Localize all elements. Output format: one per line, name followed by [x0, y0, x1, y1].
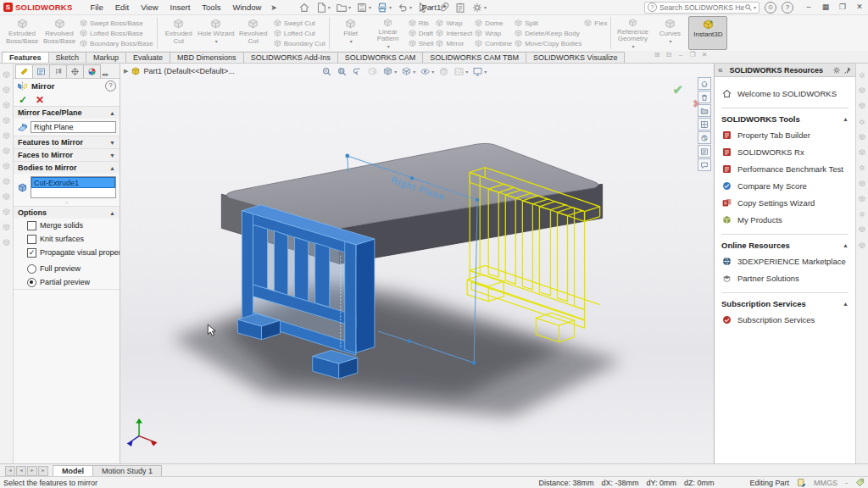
ribbon-boundary-boss-base-button[interactable]: Boundary Boss/Base — [79, 38, 153, 48]
qa-open-button[interactable]: ▾ — [333, 2, 353, 14]
search-dropdown-icon[interactable]: ▾ — [754, 4, 756, 10]
ribbon-hole-wizard-button[interactable]: Hole Wizard▾ — [198, 16, 235, 50]
section-header-features[interactable]: Features to Mirror ▼ — [14, 136, 120, 148]
qa-home-button[interactable] — [296, 2, 313, 14]
qa-save-button[interactable]: ▾ — [353, 2, 374, 14]
ribbon-extruded-boss-base-button[interactable]: Extruded Boss/Base — [3, 16, 41, 50]
pm-help-icon[interactable]: ? — [105, 80, 116, 92]
expand-chevron-icon[interactable]: ▼ — [109, 140, 115, 146]
tab-mbd-dimensions[interactable]: MBD Dimensions — [170, 52, 244, 63]
link-subscription-services[interactable]: Subscription Services — [721, 314, 849, 325]
flyout-feature-icon[interactable] — [2, 113, 11, 128]
flyout-feature-icon[interactable] — [2, 219, 11, 235]
collapse-chevron-icon[interactable]: ▲ — [109, 110, 115, 116]
pin-icon[interactable] — [843, 66, 852, 75]
section-header-face-plane[interactable]: Mirror Face/Plane ▲ — [14, 107, 120, 119]
flyout-feature-icon[interactable] — [2, 189, 11, 204]
tab-propertymanager[interactable] — [15, 64, 33, 78]
tab-solidworks-add-ins[interactable]: SOLIDWORKS Add-Ins — [243, 52, 338, 63]
ribbon-revolved-boss-base-button[interactable]: Revolved Boss/Base — [41, 16, 78, 50]
flyout-feature-icon[interactable] — [2, 67, 11, 82]
panel-tab-scroll-arrows[interactable]: ◂▸ — [102, 71, 109, 78]
taskpane-section-subscription-services[interactable]: Subscription Services▲ — [721, 292, 849, 308]
tree-expand-icon[interactable]: ▶ — [124, 68, 128, 75]
link-performance-benchmark-test[interactable]: Performance Benchmark Test — [721, 164, 849, 175]
mirror-plane-field[interactable]: Right Plane — [31, 121, 116, 133]
knit-surfaces-checkbox[interactable] — [27, 235, 36, 244]
ribbon-wrap-button[interactable]: Wrap — [474, 28, 512, 38]
tab-featuremanager[interactable] — [32, 64, 50, 78]
task-pane-tab-icon[interactable] — [858, 98, 866, 114]
task-pane-tab-icon[interactable] — [858, 222, 866, 237]
task-pane-tab-icon[interactable] — [858, 129, 866, 144]
minimize-button[interactable]: – — [800, 1, 817, 14]
view-tab-nav-last[interactable]: ▸ — [38, 466, 48, 476]
tag-icon[interactable] — [855, 478, 865, 487]
hud-view-settings-button[interactable]: ▾ — [470, 66, 489, 77]
account-icon[interactable]: ☺ — [765, 2, 776, 14]
hud-previous-view-button[interactable] — [350, 66, 365, 77]
propagate-visual-checkbox[interactable] — [27, 248, 36, 258]
task-pane-tab-icon[interactable] — [858, 191, 866, 206]
tab-configurationmanager[interactable] — [49, 64, 67, 78]
gear-icon[interactable] — [832, 66, 841, 75]
hud-apply-scene-button[interactable]: ▾ — [452, 66, 470, 77]
view-tab-nav-prev[interactable]: ◂ — [16, 466, 26, 476]
flyout-feature-icon[interactable] — [2, 174, 11, 189]
ribbon-wrap-button[interactable]: Wrap — [435, 18, 472, 28]
link-solidworks-rx[interactable]: SOLIDWORKS Rx — [721, 147, 849, 158]
flyout-feature-icon[interactable] — [2, 97, 11, 113]
flyout-feature-icon[interactable] — [2, 235, 11, 250]
ribbon-boundary-cut-button[interactable]: Boundary Cut — [273, 38, 326, 48]
flyout-feature-icon[interactable] — [2, 143, 11, 158]
search-scope-icon[interactable]: ? — [648, 3, 657, 12]
qa-undo-button[interactable]: ▾ — [394, 2, 415, 14]
tab-displaymanager[interactable] — [83, 64, 101, 78]
section-header-options[interactable]: Options ▲ — [14, 207, 120, 219]
link-3dexperience-marketplace[interactable]: 3DEXPERIENCE Marketplace — [721, 256, 849, 267]
status-units[interactable]: MMGS — [814, 479, 837, 487]
flyout-feature-icon[interactable] — [2, 82, 11, 97]
menu-file[interactable]: File — [84, 3, 108, 12]
tab-evaluate[interactable]: Evaluate — [125, 52, 170, 63]
shortcut-appearances-button[interactable] — [698, 131, 711, 144]
hud-section-view-button[interactable] — [365, 66, 381, 77]
task-pane-tab-icon[interactable] — [858, 144, 866, 159]
menu-edit[interactable]: Edit — [109, 3, 135, 12]
hud-hide-show-items-button[interactable]: ▾ — [418, 66, 437, 77]
ribbon-linear-pattern-button[interactable]: Linear Pattern▾ — [370, 16, 407, 50]
qa-options-button[interactable]: ▾ — [469, 2, 489, 14]
shortcut-design-library-button[interactable] — [698, 118, 711, 130]
view-tab-nav-first[interactable]: ◂ — [5, 466, 15, 476]
menu-view[interactable]: View — [135, 3, 164, 12]
restore-button[interactable]: ❐ — [834, 1, 851, 14]
hud-zoom-to-area-button[interactable] — [335, 66, 350, 77]
ribbon-move-copy-bodies-button[interactable]: Move/Copy Bodies — [514, 38, 581, 48]
tab-solidworks-cam[interactable]: SOLIDWORKS CAM — [337, 52, 424, 63]
qa-new-document-button[interactable]: ▾ — [313, 2, 333, 14]
menu-insert[interactable]: Insert — [164, 3, 197, 12]
tab-dimxpertmanager[interactable] — [66, 64, 84, 78]
doc-restore-icon[interactable]: ❐ — [687, 51, 698, 58]
menu-window[interactable]: Window — [227, 3, 268, 12]
ribbon-combine-button[interactable]: Combine — [474, 38, 512, 48]
breadcrumb-label[interactable]: Part1 (Default<<Default>... — [143, 67, 234, 75]
search-icon[interactable] — [744, 3, 753, 12]
section-header-faces[interactable]: Faces to Mirror ▼ — [14, 149, 120, 161]
link-partner-solutions[interactable]: Partner Solutions — [721, 273, 849, 284]
task-pane-tab-icon[interactable] — [858, 175, 866, 191]
qa-select-button[interactable]: ▾ — [415, 2, 435, 14]
full-preview-radio[interactable] — [27, 264, 36, 274]
qa-clipboard-button[interactable] — [452, 2, 469, 14]
ribbon-reference-geometry-button[interactable]: Reference Geometry▾ — [614, 16, 651, 50]
taskpane-section-online-resources[interactable]: Online Resources▲ — [721, 234, 849, 250]
view-tab-motion-study-1[interactable]: Motion Study 1 — [92, 465, 162, 476]
selected-body-item[interactable]: Cut-Extrude1 — [31, 177, 115, 188]
shortcut-custom-properties-button[interactable] — [698, 145, 711, 158]
help-icon[interactable]: ? — [782, 2, 793, 14]
ribbon-intersect-button[interactable]: Intersect — [435, 28, 472, 38]
collapse-chevron-icon[interactable]: ▲ — [843, 301, 849, 307]
shortcut-recycle-bin-button[interactable] — [698, 91, 711, 103]
maximize-button[interactable]: ▦ — [817, 1, 834, 14]
collapse-chevron-icon[interactable]: ▲ — [109, 210, 115, 216]
